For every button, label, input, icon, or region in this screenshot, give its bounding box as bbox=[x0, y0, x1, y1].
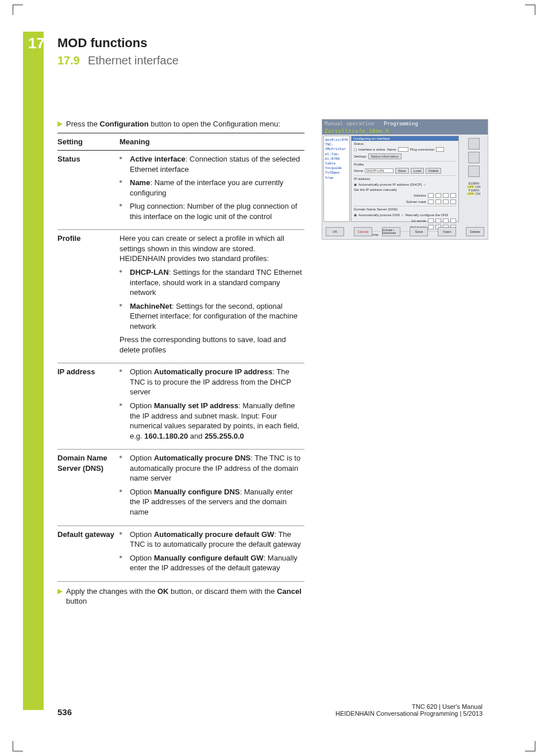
row-meaning: Here you can create or select a profile … bbox=[119, 230, 304, 363]
list-item: MachineNet: Settings for the second, opt… bbox=[119, 301, 302, 332]
intro-bold: Configuration bbox=[100, 120, 149, 128]
page-number: 536 bbox=[57, 707, 72, 717]
chapter-title: MOD functions bbox=[57, 36, 494, 51]
ss-status-row: Status bbox=[354, 142, 456, 145]
page-footer: 536 TNC 620 | User's Manual HEIDENHAIN C… bbox=[57, 703, 483, 717]
softkey-delete[interactable]: Delete bbox=[466, 227, 484, 236]
ss-delete-button[interactable]: Delete bbox=[426, 168, 441, 174]
row-ip: IP address Option Automatically procure … bbox=[57, 363, 304, 450]
intro-step: ▶ Press the Configuration button to open… bbox=[57, 119, 304, 129]
chapter-sidebar bbox=[23, 32, 44, 710]
footer-right: TNC 620 | User's Manual HEIDENHAIN Conve… bbox=[335, 703, 483, 717]
ss-mode-header: Manual operation Programming bbox=[322, 120, 488, 128]
section-title: Ethernet interface bbox=[88, 54, 179, 67]
body-columns: ▶ Press the Configuration button to open… bbox=[57, 119, 494, 607]
chapter-number: 17 bbox=[23, 34, 47, 52]
softkey-open[interactable]: Open bbox=[438, 227, 456, 236]
intro-text: Press the Configuration button to open t… bbox=[66, 119, 304, 129]
content-area: MOD functions 17.9Ethernet interface ▶ P… bbox=[57, 36, 494, 607]
outro-text: Apply the changes with the OK button, or… bbox=[66, 586, 304, 607]
list-item: Option Manually configure DNS: Manually … bbox=[119, 487, 302, 517]
row-label: Domain Name Server (DNS) bbox=[57, 450, 119, 525]
step-arrow-icon: ▶ bbox=[57, 119, 63, 129]
list-item: Option Automatically procure DNS: The TN… bbox=[119, 453, 302, 483]
th-meaning: Meaning bbox=[119, 133, 304, 151]
softkey-ok[interactable]: OK bbox=[326, 227, 344, 236]
text-column: ▶ Press the Configuration button to open… bbox=[57, 119, 304, 607]
crop-mark bbox=[525, 5, 535, 15]
row-dns: Domain Name Server (DNS) Option Automati… bbox=[57, 450, 304, 525]
tnc-screenshot: Manual operation Programming Zustelltief… bbox=[322, 119, 488, 240]
row-meaning: Active interface: Connection status of t… bbox=[119, 151, 304, 230]
footer-line1: TNC 620 | User's Manual bbox=[335, 703, 483, 710]
ss-status-info-button[interactable]: Status information bbox=[368, 153, 402, 159]
row-status: Status Active interface: Connection stat… bbox=[57, 151, 304, 230]
list-item: Name: Name of the interface you are curr… bbox=[119, 178, 302, 198]
row-label: Profile bbox=[57, 230, 119, 363]
ss-dialog-title: Configuring an interface bbox=[352, 136, 458, 141]
softkey-save[interactable]: Save bbox=[410, 227, 428, 236]
crop-mark bbox=[13, 5, 23, 15]
ss-load-button[interactable]: Load bbox=[411, 168, 424, 174]
ss-profile-input[interactable]: DHCP-LAN bbox=[365, 168, 393, 173]
ss-softkey-row: OK Cancel Activate / Deactivate Save Ope… bbox=[323, 225, 487, 238]
ss-file-header: Zustelltiefe_10mm.h bbox=[322, 128, 488, 135]
crop-mark bbox=[13, 741, 23, 751]
paragraph: Here you can create or select a profile … bbox=[119, 233, 302, 264]
row-label: IP address bbox=[57, 363, 119, 450]
row-label: Default gateway bbox=[57, 525, 119, 581]
ss-file-tree: dev0(xx/0700: TNC: SMLPrinter ml:foo: ml… bbox=[323, 136, 350, 222]
list-item: Option Manually set IP address: Manually… bbox=[119, 401, 302, 441]
row-meaning: Option Automatically procure DNS: The TN… bbox=[119, 450, 304, 525]
list-item: Option Manually configure default GW: Ma… bbox=[119, 553, 302, 573]
row-label: Status bbox=[57, 151, 119, 230]
gear-icon[interactable] bbox=[468, 138, 480, 149]
th-setting: Setting bbox=[57, 133, 119, 151]
ss-save-button[interactable]: Save bbox=[395, 168, 409, 174]
list-item: Plug connection: Number of the plug conn… bbox=[119, 201, 302, 221]
footer-line2: HEIDENHAIN Conversational Programming | … bbox=[335, 710, 483, 717]
section-number: 17.9 bbox=[57, 54, 80, 67]
softkey-cancel[interactable]: Cancel bbox=[354, 227, 372, 236]
step-arrow-icon: ▶ bbox=[57, 586, 63, 607]
row-gw: Default gateway Option Automatically pro… bbox=[57, 525, 304, 581]
section-heading: 17.9Ethernet interface bbox=[57, 54, 494, 67]
settings-table: Setting Meaning Status Active interface:… bbox=[57, 133, 304, 582]
paragraph: Press the corresponding buttons to save,… bbox=[119, 335, 302, 355]
grinder-icon[interactable] bbox=[468, 152, 480, 163]
list-item: Option Automatically procure default GW:… bbox=[119, 529, 302, 550]
mill-icon[interactable] bbox=[468, 166, 480, 177]
list-item: DHCP-LAN: Settings for the standard TNC … bbox=[119, 267, 302, 298]
row-meaning: Option Automatically procure default GW:… bbox=[119, 525, 304, 581]
softkey-activate[interactable]: Activate / Deactivate bbox=[382, 227, 400, 236]
crop-mark bbox=[525, 741, 535, 751]
outro-step: ▶ Apply the changes with the OK button, … bbox=[57, 586, 304, 607]
list-item: Option Automatically procure IP address:… bbox=[119, 367, 302, 397]
row-meaning: Option Automatically procure IP address:… bbox=[119, 363, 304, 450]
ss-right-icons: S100% OFF ON F100% OFF ON bbox=[461, 136, 487, 222]
row-profile: Profile Here you can create or select a … bbox=[57, 230, 304, 363]
page: 17 MOD functions 17.9Ethernet interface … bbox=[0, 0, 548, 756]
list-item: Active interface: Connection status of t… bbox=[119, 154, 302, 174]
ss-config-dialog: Configuring an interface Status ☐Interfa… bbox=[351, 136, 459, 222]
screenshot-column: Manual operation Programming Zustelltief… bbox=[322, 119, 488, 240]
